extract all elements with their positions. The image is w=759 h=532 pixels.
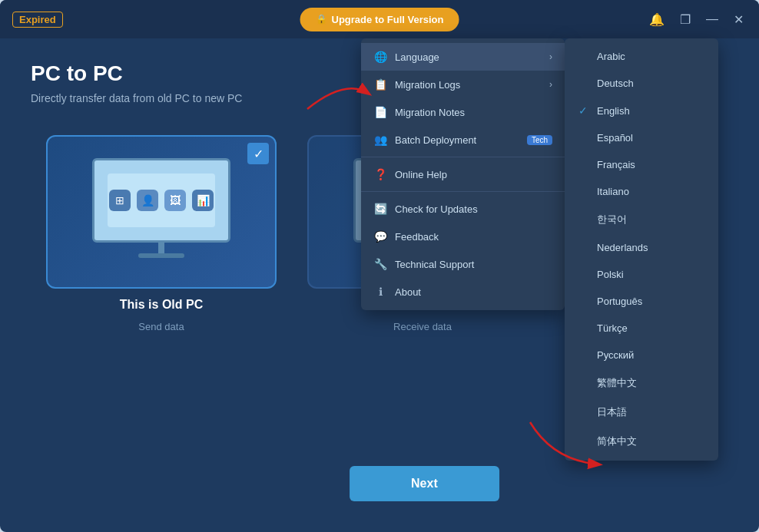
lang-item-en[interactable]: ✓English bbox=[565, 97, 718, 124]
lang-item-fr[interactable]: Français bbox=[565, 151, 718, 178]
lang-label-tr: Türkçe bbox=[597, 322, 628, 334]
lang-label-es: Español bbox=[597, 132, 633, 144]
menu-item-about[interactable]: ℹ About bbox=[361, 278, 565, 306]
minimize-icon[interactable]: — bbox=[703, 9, 721, 29]
lang-item-es[interactable]: Español bbox=[565, 124, 718, 151]
lang-label-pt: Português bbox=[597, 296, 642, 307]
app-icon-table: 📊 bbox=[192, 190, 214, 211]
lang-item-de[interactable]: Deutsch bbox=[565, 70, 718, 97]
divider-1 bbox=[361, 157, 565, 157]
check-updates-icon: 🔄 bbox=[373, 203, 387, 215]
lang-label-nl: Nederlands bbox=[597, 242, 648, 253]
batch-deployment-label: Batch Deployment bbox=[395, 134, 516, 146]
notification-icon[interactable]: 🔔 bbox=[646, 9, 668, 30]
lang-check-en: ✓ bbox=[578, 104, 591, 117]
migration-logs-arrow: › bbox=[549, 79, 552, 90]
lang-item-pl[interactable]: Polski bbox=[565, 261, 718, 288]
lang-item-zh-cn[interactable]: 简体中文 bbox=[565, 427, 718, 456]
app-window: Expired 🔒 Upgrade to Full Version 🔔 ❐ — … bbox=[0, 0, 759, 532]
next-button[interactable]: Next bbox=[350, 466, 499, 501]
tech-badge: Tech bbox=[527, 135, 552, 145]
lang-item-ar[interactable]: Arabic bbox=[565, 43, 718, 70]
lang-item-tr[interactable]: Türkçe bbox=[565, 315, 718, 342]
menu-item-batch-deployment[interactable]: 👥 Batch Deployment Tech bbox=[361, 126, 565, 154]
old-pc-label: This is Old PC bbox=[120, 298, 203, 312]
dropdown-menu: 🌐 Language › 📋 Migration Logs › 📄 Migrat… bbox=[361, 38, 565, 310]
lang-label-ja: 日本語 bbox=[597, 405, 627, 419]
lang-label-ru: Русский bbox=[597, 349, 634, 361]
batch-deployment-icon: 👥 bbox=[373, 134, 387, 146]
close-icon[interactable]: ✕ bbox=[731, 9, 747, 30]
check-updates-label: Check for Updates bbox=[395, 203, 552, 215]
lang-label-zh-cn: 简体中文 bbox=[597, 435, 637, 448]
next-btn-container: Next bbox=[350, 466, 499, 501]
language-label: Language bbox=[395, 51, 542, 63]
lang-item-it[interactable]: Italiano bbox=[565, 178, 718, 205]
lang-label-ar: Arabic bbox=[597, 51, 625, 62]
menu-item-language[interactable]: 🌐 Language › bbox=[361, 43, 565, 71]
menu-item-feedback[interactable]: 💬 Feedback bbox=[361, 223, 565, 250]
lang-label-pl: Polski bbox=[597, 269, 624, 280]
monitor-illustration: ⊞ 👤 🖼 📊 bbox=[85, 158, 238, 266]
about-icon: ℹ bbox=[373, 286, 387, 298]
title-bar-right: 🔔 ❐ — ✕ bbox=[646, 9, 747, 30]
lang-item-nl[interactable]: Nederlands bbox=[565, 234, 718, 261]
title-bar-left: Expired bbox=[12, 12, 63, 28]
monitor-screen: ⊞ 👤 🖼 📊 bbox=[92, 158, 230, 243]
upgrade-button[interactable]: 🔒 Upgrade to Full Version bbox=[300, 8, 459, 31]
divider-2 bbox=[361, 191, 565, 192]
online-help-icon: ❓ bbox=[373, 168, 387, 180]
old-pc-image: ✓ ⊞ 👤 🖼 📊 bbox=[46, 135, 277, 289]
lang-label-de: Deutsch bbox=[597, 78, 634, 89]
menu-item-check-updates[interactable]: 🔄 Check for Updates bbox=[361, 195, 565, 223]
page-subtitle: Directly transfer data from old PC to ne… bbox=[31, 92, 242, 104]
lang-item-pt[interactable]: Português bbox=[565, 288, 718, 315]
lang-label-it: Italiano bbox=[597, 186, 629, 197]
monitor-base bbox=[138, 253, 184, 258]
migration-logs-icon: 📋 bbox=[373, 78, 387, 91]
monitor-stand bbox=[158, 241, 164, 253]
lang-item-zh-tw[interactable]: 繁體中文 bbox=[565, 368, 718, 398]
old-pc-card[interactable]: ✓ ⊞ 👤 🖼 📊 Th bbox=[46, 135, 277, 332]
lang-item-ru[interactable]: Русский bbox=[565, 342, 718, 368]
lang-label-ko: 한국어 bbox=[597, 213, 627, 226]
migration-logs-label: Migration Logs bbox=[395, 79, 542, 91]
lang-item-ko[interactable]: 한국어 bbox=[565, 205, 718, 234]
technical-support-label: Technical Support bbox=[395, 259, 552, 270]
new-pc-sublabel: Receive data bbox=[393, 321, 452, 332]
feedback-label: Feedback bbox=[395, 231, 552, 243]
migration-notes-label: Migration Notes bbox=[395, 107, 552, 118]
menu-item-technical-support[interactable]: 🔧 Technical Support bbox=[361, 250, 565, 278]
menu-item-online-help[interactable]: ❓ Online Help bbox=[361, 160, 565, 188]
app-icon-image: 🖼 bbox=[164, 190, 186, 211]
online-help-label: Online Help bbox=[395, 169, 552, 180]
about-label: About bbox=[395, 286, 552, 298]
lock-icon: 🔒 bbox=[316, 14, 327, 25]
checkmark-icon: ✓ bbox=[247, 143, 269, 164]
app-icon-person: 👤 bbox=[137, 190, 158, 211]
app-icon-grid: ⊞ bbox=[109, 190, 131, 211]
lang-label-zh-tw: 繁體中文 bbox=[597, 376, 637, 390]
migration-notes-icon: 📄 bbox=[373, 106, 387, 118]
title-bar-center: 🔒 Upgrade to Full Version bbox=[300, 8, 459, 31]
lang-label-fr: Français bbox=[597, 159, 635, 170]
monitor-inner: ⊞ 👤 🖼 📊 bbox=[108, 173, 215, 227]
maximize-icon[interactable]: ❐ bbox=[677, 9, 694, 30]
feedback-icon: 💬 bbox=[373, 230, 387, 243]
lang-item-ja[interactable]: 日本語 bbox=[565, 398, 718, 427]
language-arrow: › bbox=[549, 51, 552, 62]
old-pc-sublabel: Send data bbox=[138, 321, 184, 332]
menu-item-migration-notes[interactable]: 📄 Migration Notes bbox=[361, 98, 565, 126]
page-title: PC to PC bbox=[31, 61, 123, 86]
lang-label-en: English bbox=[597, 105, 630, 117]
language-submenu: ArabicDeutsch✓EnglishEspañolFrançaisItal… bbox=[565, 38, 718, 461]
title-bar: Expired 🔒 Upgrade to Full Version 🔔 ❐ — … bbox=[0, 0, 759, 38]
language-icon: 🌐 bbox=[373, 51, 387, 63]
technical-support-icon: 🔧 bbox=[373, 258, 387, 270]
expired-badge: Expired bbox=[12, 12, 63, 28]
menu-item-migration-logs[interactable]: 📋 Migration Logs › bbox=[361, 71, 565, 98]
